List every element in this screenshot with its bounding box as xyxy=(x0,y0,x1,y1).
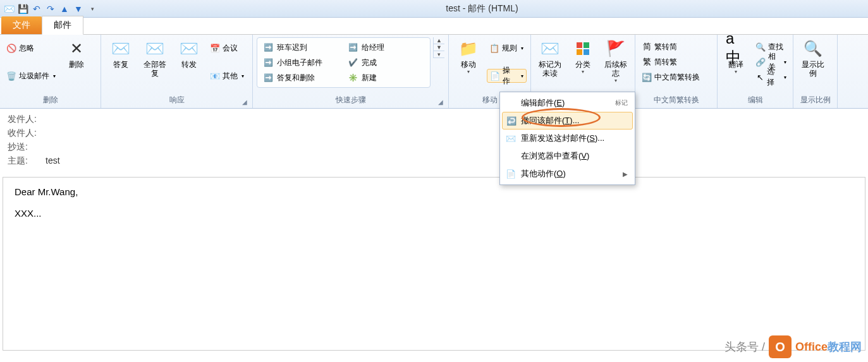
reply-button[interactable]: ✉️答复 xyxy=(105,37,137,70)
qs-done[interactable]: ✔️完成 xyxy=(345,56,428,69)
next-icon[interactable]: ▼ xyxy=(72,3,85,15)
move-icon: 📁 xyxy=(458,39,479,59)
unread-icon: ✉️ xyxy=(540,39,560,59)
qs-new[interactable]: ✳️新建 xyxy=(345,71,428,85)
rules-button[interactable]: 📋规则▾ xyxy=(487,41,527,55)
meeting-button[interactable]: 📅会议 xyxy=(207,41,247,55)
edit-message-label: 编辑邮件(E) xyxy=(521,97,565,109)
group-chinese: 简繁转简 繁简转繁 🔄中文简繁转换 中文简繁转换 xyxy=(635,35,718,108)
ignore-icon: 🚫 xyxy=(6,43,16,53)
forward-label: 转发 xyxy=(181,60,197,69)
brand1: Office xyxy=(795,341,828,353)
logo-icon: O xyxy=(769,335,792,358)
brand2: 教程网 xyxy=(828,341,862,353)
watermark: 头条号 / O Office教程网 xyxy=(724,335,862,358)
convert-icon: 🔄 xyxy=(642,72,652,82)
trad-to-simp-button[interactable]: 简繁转简 xyxy=(639,40,702,54)
group-delete: 🚫忽略 🗑️垃圾邮件▾ ✕ 删除 删除 xyxy=(0,35,101,108)
rules-icon: 📋 xyxy=(489,43,499,53)
menu-other-actions[interactable]: 📄 其他动作(O) ▶ xyxy=(502,165,633,183)
window-title: test - 邮件 (HTML) xyxy=(99,3,865,15)
qs-more-icon[interactable]: ▾ xyxy=(434,51,444,58)
simp-icon: 简 xyxy=(642,42,652,52)
actions-dropdown: 编辑邮件(E) 标记 ↩️ 撤回该邮件(T)... ✉️ 重新发送这封邮件(S)… xyxy=(499,92,635,185)
followup-button[interactable]: 🚩后续标志▾ xyxy=(601,37,631,85)
move-label: 移动 xyxy=(461,60,476,69)
translate-button[interactable]: a中翻译▾ xyxy=(721,37,750,76)
resend-icon: ✉️ xyxy=(506,134,516,143)
qs-reply-delete[interactable]: ➡️答复和删除 xyxy=(260,71,343,85)
mail-forward-icon: ➡️ xyxy=(264,43,273,52)
ignore-button[interactable]: 🚫忽略 xyxy=(4,41,58,55)
from-label: 发件人: xyxy=(8,114,46,125)
dialog-launcher-icon[interactable]: ◢ xyxy=(242,99,247,106)
qs-bus-late[interactable]: ➡️班车迟到 xyxy=(260,40,343,54)
unread-label: 标记为 未读 xyxy=(539,60,561,78)
menu-view-in-browser[interactable]: 在浏览器中查看(V) xyxy=(502,147,633,165)
reply-all-button[interactable]: ✉️全部答复 xyxy=(139,37,171,79)
delete-button[interactable]: ✕ 删除 xyxy=(61,37,92,70)
body-content: XXX... xyxy=(15,208,853,219)
categorize-label: 分类 xyxy=(575,60,590,69)
forward-button[interactable]: ✉️转发 xyxy=(173,37,205,70)
reply-all-icon: ✉️ xyxy=(145,39,165,59)
actions-label: 操作 xyxy=(503,65,517,87)
svg-rect-0 xyxy=(577,42,582,48)
menu-edit-message[interactable]: 编辑邮件(E) 标记 xyxy=(502,94,633,112)
find-icon: 🔍 xyxy=(755,42,766,52)
redo-icon[interactable]: ↷ xyxy=(44,3,57,15)
qs-team-email[interactable]: ➡️小组电子邮件 xyxy=(260,56,343,69)
tab-mail[interactable]: 邮件 xyxy=(42,16,83,35)
other-button[interactable]: 📧其他▾ xyxy=(207,69,247,83)
move-button[interactable]: 📁移动▾ xyxy=(453,37,484,76)
forward-icon: ✉️ xyxy=(179,39,199,59)
actions-icon: 📄 xyxy=(490,71,500,81)
title-bar: ✉️ 💾 ↶ ↷ ▲ ▼ ▾ test - 邮件 (HTML) xyxy=(0,0,868,18)
junk-button[interactable]: 🗑️垃圾邮件▾ xyxy=(4,69,58,83)
undo-icon[interactable]: ↶ xyxy=(30,3,43,15)
recall-label: 撤回该邮件(T)... xyxy=(521,115,579,126)
mail-icon: ✉️ xyxy=(3,3,15,15)
menu-resend-message[interactable]: ✉️ 重新发送这封邮件(S)... xyxy=(502,130,633,147)
convert-button[interactable]: 🔄中文简繁转换 xyxy=(639,70,702,84)
categorize-button[interactable]: 分类▾ xyxy=(568,37,598,76)
svg-rect-3 xyxy=(584,49,589,55)
group-quicksteps: ➡️班车迟到 ➡️给经理 ➡️小组电子邮件 ✔️完成 ➡️答复和删除 ✳️新建 … xyxy=(253,35,449,108)
actions-button[interactable]: 📄操作▾ xyxy=(487,69,527,83)
context-label: 标记 xyxy=(615,99,628,107)
zoom-button[interactable]: 🔍显示比例 xyxy=(797,37,829,79)
body-greeting: Dear Mr.Wang, xyxy=(15,186,853,197)
quick-access-toolbar: ✉️ 💾 ↶ ↷ ▲ ▼ ▾ xyxy=(3,3,99,15)
select-button[interactable]: ↖选择▾ xyxy=(753,70,789,84)
tab-file[interactable]: 文件 xyxy=(1,16,42,34)
mail-forward-icon: ➡️ xyxy=(348,43,358,52)
group-edit: a中翻译▾ 🔍查找 🔗相关▾ ↖选择▾ 编辑 xyxy=(718,35,793,108)
save-icon[interactable]: 💾 xyxy=(16,3,29,15)
ignore-label: 忽略 xyxy=(19,43,34,54)
simp-to-trad-button[interactable]: 繁简转繁 xyxy=(639,55,702,69)
dialog-launcher-icon[interactable]: ◢ xyxy=(438,99,443,106)
subject-label: 主题: xyxy=(8,155,46,167)
group-quicksteps-label: 快速步骤◢ xyxy=(257,94,444,107)
svg-rect-2 xyxy=(577,49,582,55)
other-label: 其他 xyxy=(223,71,238,81)
qs-down-icon[interactable]: ▼ xyxy=(434,44,444,51)
other-actions-label: 其他动作(O) xyxy=(521,168,566,179)
zoom-label: 显示比例 xyxy=(798,60,828,78)
meeting-label: 会议 xyxy=(223,43,238,54)
qat-dropdown-icon[interactable]: ▾ xyxy=(86,3,99,15)
other-icon: 📧 xyxy=(210,71,220,81)
group-zoom: 🔍显示比例 显示比例 xyxy=(793,35,838,108)
check-icon: ✔️ xyxy=(348,58,358,67)
categorize-icon xyxy=(573,39,593,59)
prev-icon[interactable]: ▲ xyxy=(58,3,71,15)
group-delete-label: 删除 xyxy=(4,94,97,107)
delete-label: 删除 xyxy=(69,60,84,69)
group-edit-label: 编辑 xyxy=(721,94,789,107)
cc-label: 抄送: xyxy=(8,142,46,153)
qs-to-manager[interactable]: ➡️给经理 xyxy=(345,40,428,54)
qs-up-icon[interactable]: ▲ xyxy=(434,37,444,44)
unread-button[interactable]: ✉️标记为 未读 xyxy=(535,37,565,79)
menu-recall-message[interactable]: ↩️ 撤回该邮件(T)... xyxy=(502,112,633,130)
select-icon: ↖ xyxy=(755,72,764,82)
